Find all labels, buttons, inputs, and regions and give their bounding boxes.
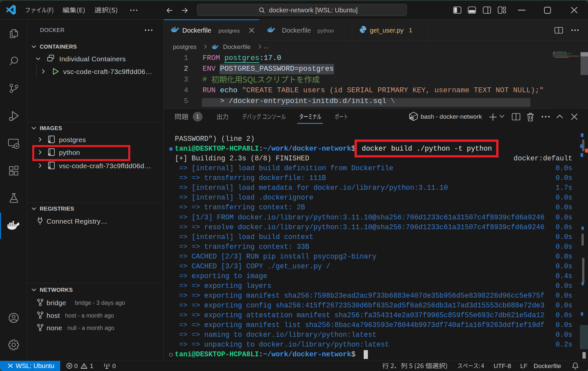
svg-text:$: $ (411, 117, 413, 120)
